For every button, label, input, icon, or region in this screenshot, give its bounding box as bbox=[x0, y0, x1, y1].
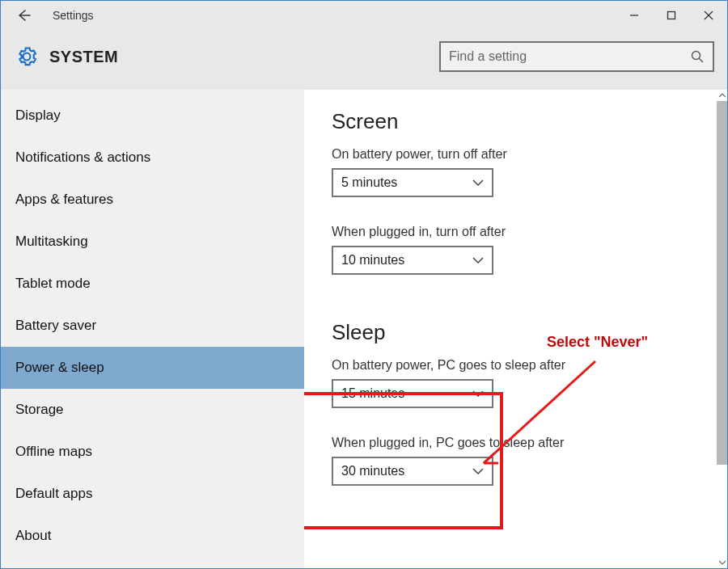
sleep-battery-label: On battery power, PC goes to sleep after bbox=[332, 358, 705, 373]
screen-plugged-dropdown[interactable]: 10 minutes bbox=[332, 246, 493, 275]
maximize-button[interactable] bbox=[653, 1, 690, 30]
titlebar-left: Settings bbox=[7, 1, 94, 30]
maximize-icon bbox=[667, 11, 676, 20]
close-button[interactable] bbox=[690, 1, 727, 30]
category-left: SYSTEM bbox=[15, 45, 118, 68]
sleep-plugged-dropdown[interactable]: 30 minutes bbox=[332, 457, 493, 486]
chevron-up-icon bbox=[719, 93, 726, 98]
chevron-down-icon bbox=[472, 179, 484, 186]
sidebar-item-about[interactable]: About bbox=[1, 515, 304, 557]
sidebar-item-power-sleep[interactable]: Power & sleep bbox=[1, 347, 304, 389]
app-title: Settings bbox=[53, 9, 94, 22]
sidebar-item-display[interactable]: Display bbox=[1, 95, 304, 137]
scroll-down-button[interactable] bbox=[717, 557, 727, 568]
spacer bbox=[332, 408, 705, 436]
window-controls bbox=[616, 1, 727, 30]
sidebar: Display Notifications & actions Apps & f… bbox=[1, 90, 304, 568]
sidebar-item-offline-maps[interactable]: Offline maps bbox=[1, 431, 304, 473]
vertical-scrollbar[interactable] bbox=[717, 90, 727, 568]
sidebar-item-storage[interactable]: Storage bbox=[1, 389, 304, 431]
dropdown-value: 15 minutes bbox=[341, 386, 404, 401]
annotation-text: Select "Never" bbox=[547, 334, 648, 351]
body-area: Display Notifications & actions Apps & f… bbox=[1, 90, 727, 568]
svg-rect-1 bbox=[668, 12, 675, 19]
dropdown-value: 5 minutes bbox=[341, 175, 397, 190]
chevron-down-icon bbox=[472, 468, 484, 474]
minimize-icon bbox=[629, 11, 639, 20]
content-pane: Screen On battery power, turn off after … bbox=[304, 90, 727, 568]
settings-window: Settings SYSTEM bbox=[0, 0, 728, 569]
back-arrow-icon bbox=[15, 7, 32, 23]
spacer bbox=[332, 275, 705, 320]
dropdown-value: 10 minutes bbox=[341, 253, 404, 268]
svg-point-4 bbox=[692, 52, 700, 60]
chevron-down-icon bbox=[472, 257, 484, 263]
category-title: SYSTEM bbox=[49, 48, 118, 66]
sleep-battery-dropdown[interactable]: 15 minutes bbox=[332, 379, 493, 408]
sidebar-item-multitasking[interactable]: Multitasking bbox=[1, 221, 304, 263]
chevron-down-icon bbox=[719, 560, 726, 565]
sidebar-item-battery-saver[interactable]: Battery saver bbox=[1, 305, 304, 347]
close-icon bbox=[704, 11, 713, 20]
section-heading-sleep: Sleep bbox=[332, 320, 705, 345]
sidebar-item-notifications[interactable]: Notifications & actions bbox=[1, 137, 304, 179]
search-input[interactable] bbox=[449, 49, 675, 64]
scroll-up-button[interactable] bbox=[717, 90, 727, 101]
sidebar-item-apps-features[interactable]: Apps & features bbox=[1, 179, 304, 221]
screen-plugged-label: When plugged in, turn off after bbox=[332, 225, 705, 239]
gear-icon bbox=[15, 45, 38, 68]
svg-line-5 bbox=[699, 58, 703, 62]
sidebar-item-default-apps[interactable]: Default apps bbox=[1, 473, 304, 515]
screen-battery-dropdown[interactable]: 5 minutes bbox=[332, 168, 493, 197]
search-box[interactable] bbox=[439, 41, 714, 72]
back-button[interactable] bbox=[7, 1, 40, 30]
search-icon bbox=[690, 49, 705, 64]
sleep-plugged-label: When plugged in, PC goes to sleep after bbox=[332, 436, 705, 450]
section-heading-screen: Screen bbox=[332, 109, 705, 134]
spacer bbox=[332, 197, 705, 225]
scrollbar-thumb[interactable] bbox=[717, 101, 727, 465]
titlebar: Settings bbox=[1, 1, 727, 30]
minimize-button[interactable] bbox=[616, 1, 653, 30]
dropdown-value: 30 minutes bbox=[341, 464, 404, 478]
sidebar-item-tablet-mode[interactable]: Tablet mode bbox=[1, 263, 304, 305]
screen-battery-label: On battery power, turn off after bbox=[332, 147, 705, 162]
chevron-down-icon bbox=[472, 390, 484, 397]
category-header: SYSTEM bbox=[1, 30, 727, 90]
